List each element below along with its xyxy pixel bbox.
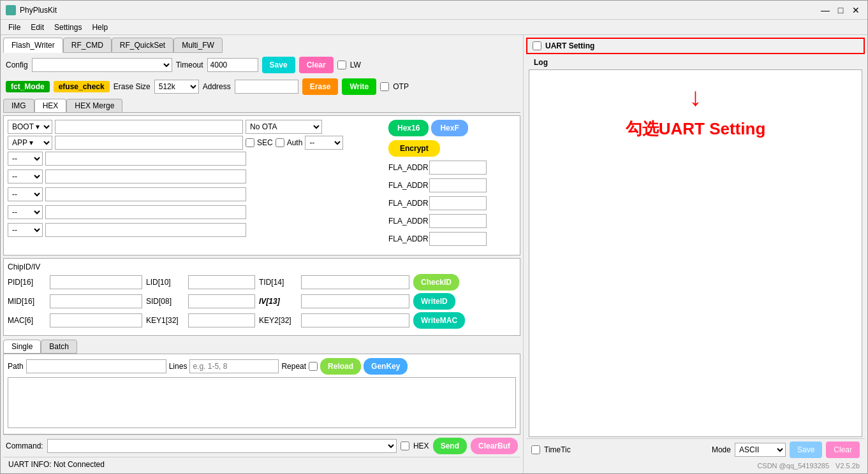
send-button[interactable]: Send [433,438,467,454]
boot-select[interactable]: BOOT ▾ [8,120,52,134]
fla-input-4[interactable] [429,214,487,228]
single-textarea[interactable] [8,377,516,428]
key1-input[interactable] [188,313,255,327]
uart-clear-button[interactable]: Clear [826,442,860,458]
log-area[interactable]: ↓ 勾选UART Setting [529,69,862,437]
iv-input[interactable] [301,294,409,308]
lid-input[interactable] [188,275,255,289]
dash-select-2[interactable]: -- [8,169,43,183]
dash-file-5[interactable] [45,223,246,237]
app-icon [6,5,16,15]
lw-checkbox[interactable] [337,61,346,69]
tid-input[interactable] [301,275,409,289]
tab-multi-fw[interactable]: Multi_FW [173,38,223,53]
close-button[interactable]: ✕ [850,4,862,17]
clear-button[interactable]: Clear [299,57,334,73]
fla-input-1[interactable] [429,161,487,175]
menu-bar: File Edit Settings Help [1,20,867,35]
hex-left-col: BOOT ▾ No OTA OTA APP ▾ [8,120,383,248]
dash-file-3[interactable] [45,187,246,201]
tab-rf-quickset[interactable]: RF_QuickSet [112,38,173,53]
batch-tab[interactable]: Batch [41,340,77,354]
mode-select[interactable]: ASCII HEX UTF-8 [735,443,786,457]
tab-flash-writer[interactable]: Flash_Writer [3,38,63,53]
minimize-button[interactable]: — [819,4,832,17]
config-select[interactable] [32,58,172,72]
fla-input-2[interactable] [429,178,487,192]
inner-tab-img[interactable]: IMG [3,99,34,112]
sec-checkbox[interactable] [246,138,254,147]
timeticcheckbox[interactable] [531,445,540,454]
dash-select-4[interactable]: -- [8,205,43,219]
uart-setting-checkbox[interactable] [533,41,541,50]
dash-select-1[interactable]: -- [8,152,43,166]
app-file-input[interactable] [55,136,243,150]
app-select[interactable]: APP ▾ [8,136,52,150]
genkey-button[interactable]: GenKey [364,358,408,375]
dash-dropdown-select[interactable]: -- [305,136,343,150]
dash-row-5: -- [8,223,383,237]
menu-edit[interactable]: Edit [26,22,49,33]
menu-help[interactable]: Help [87,22,113,33]
lines-input[interactable] [189,359,279,373]
uart-annotation: ↓ 勾选UART Setting [529,70,862,153]
reload-button[interactable]: Reload [320,358,361,375]
boot-file-input[interactable] [55,120,243,134]
maximize-button[interactable]: □ [834,4,847,17]
sid-label: SID[08] [146,297,184,306]
auth-checkbox[interactable] [276,138,284,147]
command-input-select[interactable] [47,439,397,453]
dash-file-1[interactable] [45,152,246,166]
fla-label-1: FLA_ADDR [388,163,427,172]
ota-select[interactable]: No OTA OTA [246,120,322,134]
otp-checkbox[interactable] [380,82,389,91]
dash-select-3[interactable]: -- [8,187,43,201]
save-button[interactable]: Save [262,57,295,73]
lid-label: LID[10] [146,278,184,287]
erase-size-select[interactable]: 512k 256k 128k [154,80,199,94]
inner-tab-hex-merge[interactable]: HEX Merge [66,99,122,112]
path-input[interactable] [26,359,166,373]
mac-input[interactable] [50,313,142,327]
dash-file-4[interactable] [45,205,246,219]
repeat-label: Repeat [281,362,306,371]
address-input[interactable] [235,80,298,94]
inner-tabs: IMG HEX HEX Merge [3,99,520,113]
fla-row-2: FLA_ADDR [388,178,516,192]
writeid-button[interactable]: WriteID [413,293,455,310]
hex16-button[interactable]: Hex16 [388,120,429,136]
repeat-checkbox[interactable] [309,362,318,371]
right-panel: UART Setting Log ↓ 勾选UART Setting TimeT [524,35,867,473]
erase-button[interactable]: Erase [302,78,339,95]
inner-tab-hex[interactable]: HEX [34,99,67,112]
sec-label: SEC [257,138,273,147]
dash-row-3: -- [8,187,383,201]
title-bar: PhyPlusKit — □ ✕ [1,1,867,20]
dash-select-5[interactable]: -- [8,223,43,237]
timeout-input[interactable]: 4000 [207,58,258,72]
tab-rf-cmd[interactable]: RF_CMD [63,38,112,53]
clearbuf-button[interactable]: ClearBuf [471,438,518,454]
checkid-button[interactable]: CheckID [413,274,459,291]
write-button[interactable]: Write [342,78,376,95]
hex-checkbox[interactable] [401,442,409,450]
menu-settings[interactable]: Settings [49,22,87,33]
menu-file[interactable]: File [3,22,26,33]
dash-file-2[interactable] [45,169,246,183]
hexf-button[interactable]: HexF [431,120,467,136]
writemac-button[interactable]: WriteMAC [413,312,465,329]
path-label: Path [8,362,24,371]
pid-input[interactable] [50,275,142,289]
fla-row-4: FLA_ADDR [388,214,516,228]
mid-input[interactable] [50,294,142,308]
single-tab[interactable]: Single [3,340,41,354]
key2-input[interactable] [301,313,409,327]
encrypt-button[interactable]: Encrypt [388,140,440,157]
chipid-title: ChipID/IV [8,262,516,271]
mid-label: MID[16] [8,297,46,306]
uart-save-button[interactable]: Save [790,442,822,458]
fla-input-3[interactable] [429,196,487,210]
sid-input[interactable] [188,294,255,308]
main-window: PhyPlusKit — □ ✕ File Edit Settings Help… [0,0,868,474]
fla-input-5[interactable] [429,232,487,246]
